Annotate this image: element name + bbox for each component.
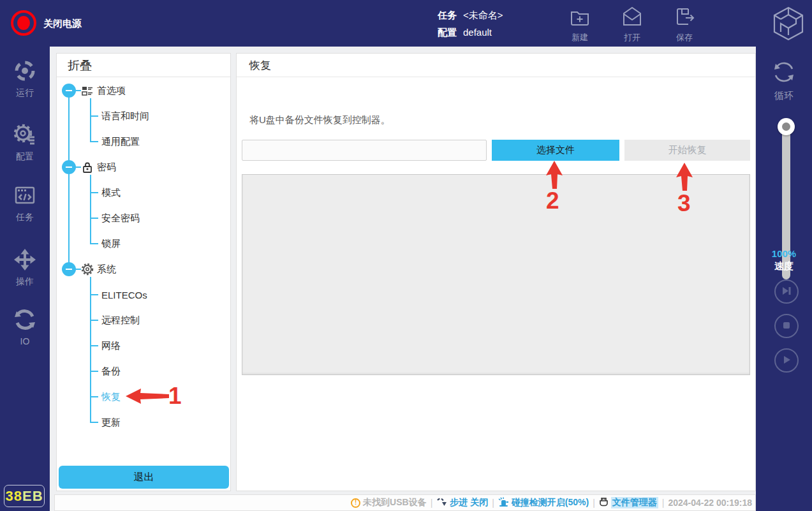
usb-status: ! 未找到USB设备 — [351, 497, 427, 508]
task-name-value: <未命名> — [463, 7, 503, 24]
lock-icon — [81, 161, 94, 174]
sidebar-io-label: IO — [20, 336, 30, 346]
settings-nav-panel: 折叠 首选项 语言和时间 通用配置 — [56, 53, 231, 491]
power-icon — [17, 16, 30, 30]
tree-group-password: 密码 模式 安全密码 锁屏 — [57, 154, 230, 256]
config-icon — [13, 123, 36, 148]
tree-node-safety-password[interactable]: 安全密码 — [90, 205, 230, 231]
sidebar-item-task[interactable]: 任务 — [0, 184, 50, 223]
right-sidebar: 循环 100% 速度 — [756, 47, 812, 511]
open-label: 打开 — [624, 32, 640, 43]
stop-icon — [780, 319, 793, 334]
save-button[interactable]: 保存 — [665, 5, 704, 43]
io-icon — [13, 308, 36, 333]
open-icon — [621, 5, 644, 30]
step-forward-button[interactable] — [774, 279, 799, 304]
restore-file-input[interactable] — [242, 140, 487, 161]
start-restore-button[interactable]: 开始恢复 — [624, 140, 750, 161]
exit-button[interactable]: 退出 — [59, 466, 229, 489]
new-task-icon — [568, 5, 591, 30]
save-icon — [673, 5, 696, 30]
step-forward-icon — [780, 285, 793, 299]
usb-plug-icon — [599, 497, 609, 509]
tree-group-system: 系统 ELITECOs 远程控制 网络 备份 恢复 更 — [57, 256, 230, 435]
safety-checksum-badge: 38EB — [4, 485, 45, 507]
tree-node-mode[interactable]: 模式 — [90, 180, 230, 205]
preferences-icon — [81, 84, 94, 97]
step-mode-toggle[interactable]: 步进 关闭 — [436, 497, 488, 508]
collapse-toggle-icon[interactable] — [62, 84, 76, 98]
power-off-label: 关闭电源 — [43, 18, 82, 30]
restore-log-area — [242, 174, 750, 375]
tree-label: 密码 — [97, 161, 116, 174]
loop-icon — [771, 59, 797, 87]
tree-node-network[interactable]: 网络 — [90, 333, 230, 359]
tree-node-system[interactable]: 系统 — [57, 256, 230, 282]
collapse-header[interactable]: 折叠 — [57, 54, 230, 77]
sidebar-item-config[interactable]: 配置 — [0, 123, 50, 163]
tree-node-restore[interactable]: 恢复 — [90, 384, 230, 410]
task-label: 任务 — [438, 7, 457, 24]
speed-value: 100% — [756, 248, 812, 260]
top-bar: 关闭电源 任务 <未命名> 配置 default 新建 — [0, 0, 812, 47]
status-bar: ! 未找到USB设备 | 步进 关闭 | 碰撞检测开启(50%) | 文件管理器… — [54, 494, 756, 511]
sidebar-item-run[interactable]: 运行 — [0, 59, 50, 99]
sidebar-operate-label: 操作 — [16, 276, 34, 288]
restore-panel: 恢复 将U盘中备份文件恢复到控制器。 选择文件 开始恢复 — [236, 53, 756, 491]
settings-tree: 首选项 语言和时间 通用配置 密码 — [57, 77, 230, 435]
speed-label: 速度 — [756, 260, 812, 272]
open-button[interactable]: 打开 — [612, 5, 652, 43]
speed-indicator: 100% 速度 — [756, 248, 812, 272]
stop-button[interactable] — [774, 314, 799, 338]
task-config-info: 任务 <未命名> 配置 default — [438, 6, 503, 41]
step-mode-icon — [436, 497, 447, 508]
run-icon — [13, 59, 36, 84]
tree-group-preferences: 首选项 语言和时间 通用配置 — [57, 78, 230, 154]
sidebar-item-io[interactable]: IO — [0, 308, 50, 346]
tree-node-general-config[interactable]: 通用配置 — [90, 129, 230, 154]
tree-node-language-time[interactable]: 语言和时间 — [90, 103, 230, 129]
new-task-button[interactable]: 新建 — [560, 5, 600, 43]
loop-mode-button[interactable]: 循环 — [756, 59, 812, 102]
sidebar-task-label: 任务 — [16, 212, 34, 223]
collapse-toggle-icon[interactable] — [62, 160, 76, 174]
tree-node-backup[interactable]: 备份 — [90, 359, 230, 384]
tree-node-lock-screen[interactable]: 锁屏 — [90, 231, 230, 256]
clock-timestamp: 2024-04-22 00:19:18 — [668, 498, 752, 508]
config-label: 配置 — [438, 24, 457, 41]
collapse-toggle-icon[interactable] — [62, 262, 76, 276]
gear-icon — [81, 263, 94, 276]
collision-icon — [498, 497, 509, 509]
speed-slider-knob[interactable] — [778, 118, 795, 135]
page-title: 恢复 — [237, 54, 755, 77]
play-button[interactable] — [774, 348, 799, 373]
save-label: 保存 — [676, 32, 693, 43]
tree-label: 首选项 — [97, 85, 126, 97]
sidebar-run-label: 运行 — [16, 87, 34, 99]
warning-icon: ! — [351, 498, 360, 508]
sidebar-config-label: 配置 — [16, 151, 34, 163]
sidebar-item-operate[interactable]: 操作 — [0, 248, 50, 288]
tree-label: 系统 — [97, 263, 116, 276]
select-file-button[interactable]: 选择文件 — [492, 140, 619, 161]
collision-detect-toggle[interactable]: 碰撞检测开启(50%) — [498, 497, 589, 509]
tree-node-preferences[interactable]: 首选项 — [57, 78, 230, 103]
config-name-value: default — [463, 24, 492, 41]
file-manager-button[interactable]: 文件管理器 — [599, 497, 658, 509]
task-icon — [13, 184, 36, 209]
operate-icon — [13, 248, 36, 273]
restore-description: 将U盘中备份文件恢复到控制器。 — [249, 114, 390, 126]
left-sidebar: 运行 配置 任务 — [0, 47, 50, 511]
tree-node-password[interactable]: 密码 — [57, 154, 230, 180]
topbar-actions: 新建 打开 保存 — [560, 5, 704, 43]
loop-label: 循环 — [774, 90, 794, 102]
tree-node-remote-control[interactable]: 远程控制 — [90, 307, 230, 333]
new-task-label: 新建 — [572, 32, 588, 43]
tree-node-update[interactable]: 更新 — [90, 410, 230, 435]
brand-logo-icon — [771, 6, 806, 41]
tree-node-elitecos[interactable]: ELITECOs — [90, 282, 230, 307]
power-off-button[interactable] — [11, 10, 36, 36]
play-icon — [780, 353, 793, 368]
